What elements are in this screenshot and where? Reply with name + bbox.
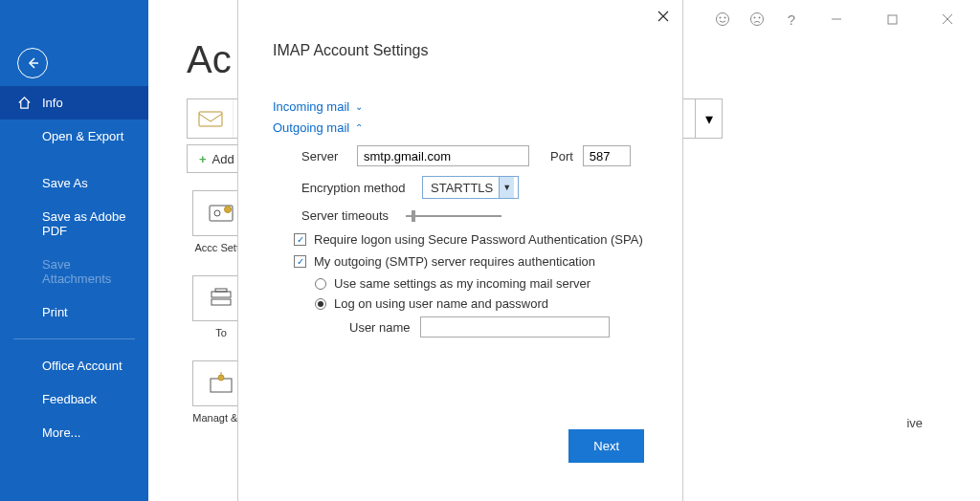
timeout-slider[interactable]: [406, 215, 501, 217]
sidebar-item-office-account[interactable]: Office Account: [0, 349, 148, 382]
radio-label: Use same settings as my incoming mail se…: [334, 276, 590, 291]
back-button[interactable]: [17, 48, 48, 78]
svg-rect-17: [215, 289, 227, 292]
svg-point-14: [225, 207, 232, 213]
home-icon: [17, 96, 32, 113]
sidebar-item-save-as[interactable]: Save As: [0, 166, 148, 200]
section-label: Incoming mail: [273, 99, 349, 114]
close-icon[interactable]: [657, 10, 669, 25]
trailing-text: ive: [906, 416, 923, 430]
username-label: User name: [349, 320, 411, 335]
svg-rect-15: [212, 292, 231, 297]
chevron-down-icon: ▼: [499, 177, 514, 198]
sidebar-item-print[interactable]: Print: [0, 295, 148, 329]
server-input[interactable]: [357, 145, 529, 166]
encryption-dropdown[interactable]: STARTTLS ▼: [422, 176, 519, 199]
next-button[interactable]: Next: [568, 429, 644, 463]
username-input[interactable]: [420, 316, 610, 338]
chevron-down-icon: ⌄: [355, 101, 363, 112]
mail-account-icon: [188, 99, 234, 138]
sidebar-item-label: Info: [42, 96, 63, 110]
timeouts-label: Server timeouts: [301, 208, 389, 223]
dialog-title: IMAP Account Settings: [273, 42, 648, 59]
sidebar-item-label: Open & Export: [42, 129, 123, 143]
svg-rect-16: [212, 299, 231, 305]
smtp-auth-checkbox[interactable]: [294, 255, 306, 268]
add-account-label: Add: [212, 152, 234, 166]
backstage-sidebar: Info Open & Export Save As Save as Adobe…: [0, 0, 148, 501]
logon-username-radio[interactable]: [315, 298, 326, 310]
encryption-label: Encryption method: [301, 181, 412, 195]
account-dropdown-arrow[interactable]: ▾: [695, 99, 722, 138]
smtp-auth-label: My outgoing (SMTP) server requires authe…: [314, 254, 595, 269]
sidebar-item-open-export[interactable]: Open & Export: [0, 120, 148, 153]
sidebar-item-feedback[interactable]: Feedback: [0, 382, 148, 416]
port-input[interactable]: [583, 145, 631, 166]
sidebar-item-label: Print: [42, 305, 68, 319]
outgoing-mail-section[interactable]: Outgoing mail ⌃: [273, 120, 363, 135]
port-label: Port: [550, 149, 573, 163]
sidebar-item-label: Save Attachments: [42, 257, 111, 286]
sidebar-item-label: Office Account: [42, 359, 122, 373]
sidebar-item-label: Save As: [42, 176, 88, 190]
sidebar-item-more[interactable]: More...: [0, 416, 148, 449]
slider-thumb[interactable]: [412, 210, 415, 222]
radio-label: Log on using user name and password: [334, 296, 548, 311]
sidebar-divider: [13, 338, 135, 339]
incoming-mail-section[interactable]: Incoming mail ⌄: [273, 99, 363, 114]
spa-label: Require logon using Secure Password Auth…: [314, 232, 643, 247]
sidebar-item-save-attachments: Save Attachments: [0, 248, 148, 295]
server-label: Server: [301, 149, 347, 163]
spa-checkbox[interactable]: [294, 233, 306, 246]
section-label: Outgoing mail: [273, 120, 349, 135]
sidebar-item-label: Feedback: [42, 392, 97, 406]
sidebar-item-label: More...: [42, 425, 80, 440]
chevron-up-icon: ⌃: [355, 122, 363, 133]
sidebar-item-save-adobe-pdf[interactable]: Save as Adobe PDF: [0, 200, 148, 248]
outgoing-mail-body: Server Port Encryption method STARTTLS ▼…: [273, 136, 648, 338]
sidebar-item-label: Save as Adobe PDF: [42, 209, 125, 238]
sidebar-item-info[interactable]: Info: [0, 86, 148, 120]
plus-icon: +: [199, 152, 207, 166]
dialog-subtitle: [273, 63, 648, 86]
use-same-settings-radio[interactable]: [315, 278, 326, 290]
imap-settings-dialog: IMAP Account Settings Incoming mail ⌄ Ou…: [237, 0, 683, 501]
svg-point-19: [218, 375, 224, 381]
encryption-value: STARTTLS: [431, 181, 493, 195]
svg-rect-11: [199, 112, 222, 126]
